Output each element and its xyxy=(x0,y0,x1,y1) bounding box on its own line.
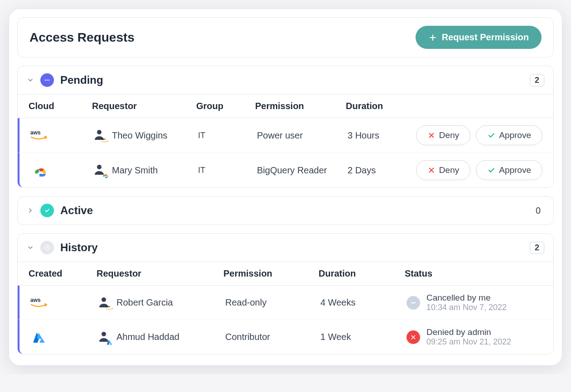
section-history-header[interactable]: History 2 xyxy=(18,234,553,262)
request-permission-label: Request Permission xyxy=(442,32,529,43)
permission-cell: Read-only xyxy=(225,297,320,308)
approve-button[interactable]: Approve xyxy=(476,125,542,145)
col-cloud: Cloud xyxy=(29,101,92,111)
x-icon xyxy=(427,166,436,174)
avatar xyxy=(98,331,111,344)
deny-button[interactable]: Deny xyxy=(416,160,470,180)
history-table-head: Created Requestor Permission Duration St… xyxy=(18,262,553,286)
status-time: 10:34 am Nov 7, 2022 xyxy=(426,303,507,312)
pending-table: Cloud Requestor Group Permission Duratio… xyxy=(18,94,553,187)
permission-cell: Power user xyxy=(257,130,348,141)
pending-table-head: Cloud Requestor Group Permission Duratio… xyxy=(18,94,553,118)
permission-cell: Contributor xyxy=(225,332,320,342)
section-history-title: History xyxy=(60,241,523,254)
svg-point-4 xyxy=(48,80,50,81)
requestor-cell: Ahmud Haddad xyxy=(98,331,225,344)
table-row: Theo Wiggins IT Power user 3 Hours Deny … xyxy=(18,118,553,153)
col-requestor: Requestor xyxy=(92,101,196,111)
avatar xyxy=(94,129,106,142)
plus-icon xyxy=(428,33,437,42)
section-active-title: Active xyxy=(60,204,529,217)
duration-cell: 4 Weeks xyxy=(320,297,406,308)
check-icon xyxy=(487,131,495,139)
page-title: Access Requests xyxy=(29,30,135,45)
pending-count-badge: 2 xyxy=(530,74,544,86)
duration-cell: 1 Week xyxy=(320,332,406,342)
group-cell: IT xyxy=(198,131,257,140)
table-row: Mary Smith IT BigQuery Reader 2 Days Den… xyxy=(18,153,553,187)
request-permission-button[interactable]: Request Permission xyxy=(416,26,542,49)
section-active: Active 0 xyxy=(17,196,554,225)
requestor-name: Robert Garcia xyxy=(116,297,173,308)
aws-icon xyxy=(30,129,48,142)
page-header: Access Requests Request Permission xyxy=(17,17,554,57)
chevron-down-icon xyxy=(27,76,34,84)
status-cell: Denied by admin 09:25 am Nov 21, 2022 xyxy=(406,327,542,347)
aws-badge-icon xyxy=(101,137,109,143)
requestor-name: Ahmud Haddad xyxy=(116,332,179,342)
section-active-header[interactable]: Active 0 xyxy=(18,196,553,225)
duration-cell: 3 Hours xyxy=(348,130,416,141)
active-status-icon xyxy=(40,204,54,217)
svg-point-3 xyxy=(47,80,48,81)
status-cell: Cancelled by me 10:34 am Nov 7, 2022 xyxy=(406,293,542,312)
history-count-badge: 2 xyxy=(530,242,544,254)
approve-button[interactable]: Approve xyxy=(476,160,542,180)
active-count: 0 xyxy=(536,206,544,216)
cancelled-icon xyxy=(406,296,420,310)
col-created: Created xyxy=(29,268,97,279)
requestor-cell: Theo Wiggins xyxy=(94,129,198,142)
avatar xyxy=(94,164,106,177)
avatar xyxy=(98,296,111,309)
check-icon xyxy=(487,166,495,174)
permission-cell: BigQuery Reader xyxy=(257,165,348,176)
azure-icon xyxy=(30,330,48,344)
section-history: History 2 Created Requestor Permission D… xyxy=(17,233,554,354)
chevron-down-icon xyxy=(27,244,34,251)
chevron-right-icon xyxy=(27,207,34,214)
col-duration: Duration xyxy=(346,101,414,111)
gcp-icon xyxy=(30,163,48,177)
section-pending-title: Pending xyxy=(60,74,523,86)
pending-status-icon xyxy=(40,73,54,87)
deny-button[interactable]: Deny xyxy=(416,125,470,145)
col-group: Group xyxy=(196,101,255,111)
table-row: Ahmud Haddad Contributor 1 Week Denied b… xyxy=(18,320,553,354)
col-permission: Permission xyxy=(223,268,319,279)
status-label: Denied by admin xyxy=(426,327,511,337)
access-requests-card: Access Requests Request Permission Pendi… xyxy=(9,9,562,365)
requestor-name: Theo Wiggins xyxy=(112,130,167,141)
col-permission: Permission xyxy=(255,101,346,111)
col-status: Status xyxy=(405,268,542,279)
group-cell: IT xyxy=(198,166,257,175)
history-status-icon xyxy=(40,241,54,254)
svg-point-2 xyxy=(45,80,46,81)
status-label: Cancelled by me xyxy=(426,293,507,303)
col-duration: Duration xyxy=(319,268,405,279)
section-pending-header[interactable]: Pending 2 xyxy=(18,66,553,94)
gcp-badge-icon xyxy=(101,172,109,178)
x-icon xyxy=(427,131,436,139)
section-pending: Pending 2 Cloud Requestor Group Permissi… xyxy=(17,66,554,188)
col-requestor: Requestor xyxy=(97,268,223,279)
duration-cell: 2 Days xyxy=(348,165,416,176)
requestor-name: Mary Smith xyxy=(112,165,158,176)
requestor-cell: Robert Garcia xyxy=(98,296,225,309)
requestor-cell: Mary Smith xyxy=(94,164,198,177)
denied-icon xyxy=(406,330,420,344)
status-time: 09:25 am Nov 21, 2022 xyxy=(426,337,511,347)
aws-badge-icon xyxy=(106,305,114,311)
aws-icon xyxy=(30,296,48,310)
table-row: Robert Garcia Read-only 4 Weeks Cancelle… xyxy=(18,286,553,320)
history-table: Created Requestor Permission Duration St… xyxy=(18,262,553,354)
azure-badge-icon xyxy=(106,339,114,345)
